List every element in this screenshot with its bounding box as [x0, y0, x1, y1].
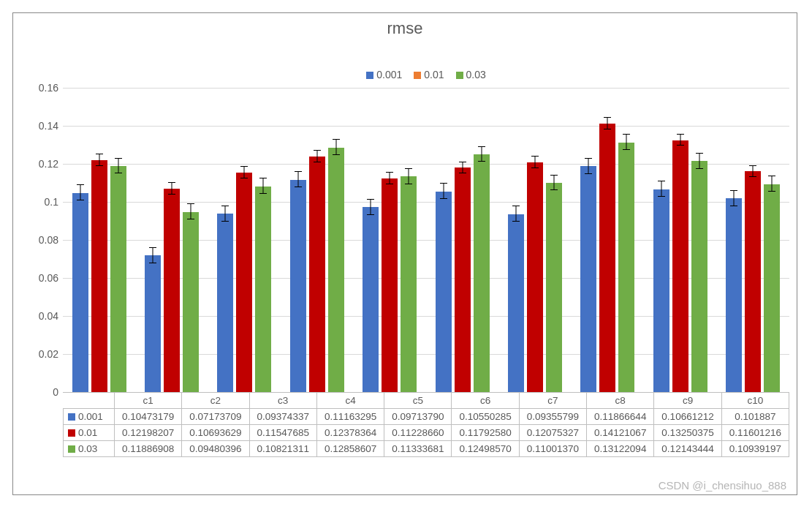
bar	[183, 212, 199, 392]
y-tick-label: 0.16	[39, 82, 58, 94]
bar	[618, 143, 634, 392]
bar-group	[426, 56, 498, 392]
table-cell: 0.13250375	[654, 425, 721, 441]
error-cap-icon	[96, 154, 103, 154]
error-bar	[588, 159, 589, 174]
error-bar	[297, 172, 298, 187]
error-cap-icon	[730, 190, 737, 191]
error-bar	[554, 176, 555, 191]
bar	[382, 178, 398, 392]
error-bar	[680, 135, 680, 146]
table-cell: 0.11547685	[249, 425, 316, 441]
error-cap-icon	[259, 178, 267, 178]
error-cap-icon	[658, 181, 665, 181]
table-cell: 0.12075327	[519, 425, 586, 441]
table-cell: 0.14121067	[587, 425, 654, 441]
error-bar	[772, 176, 773, 192]
bar	[110, 166, 126, 392]
error-cap-icon	[187, 203, 194, 204]
bar	[436, 192, 452, 392]
error-bar	[371, 200, 371, 215]
table-column-header: c9	[654, 393, 721, 409]
error-cap-icon	[259, 193, 267, 194]
table-cell: 0.11886908	[115, 441, 182, 457]
bar	[474, 154, 490, 392]
table-cell: 0.09713790	[384, 409, 452, 425]
error-bar	[316, 151, 317, 162]
error-cap-icon	[240, 178, 248, 178]
table-column-header: c3	[249, 393, 316, 409]
error-cap-icon	[531, 156, 539, 157]
error-cap-icon	[405, 184, 412, 184]
error-cap-icon	[550, 189, 558, 190]
error-cap-icon	[149, 247, 156, 248]
y-tick-label: 0.12	[39, 158, 58, 170]
error-cap-icon	[221, 221, 229, 222]
error-cap-icon	[768, 176, 775, 176]
table-cell: 0.12198207	[115, 425, 182, 441]
chart-container: rmse 0.0010.010.03 00.020.040.060.080.10…	[12, 12, 797, 495]
bar	[546, 183, 562, 392]
table-cell: 0.12378364	[316, 425, 384, 441]
watermark-text: CSDN @i_chensihuo_888	[659, 479, 786, 492]
error-cap-icon	[314, 162, 321, 162]
error-cap-icon	[187, 219, 194, 219]
error-cap-icon	[221, 206, 229, 206]
table-cell: 0.10473179	[115, 409, 182, 425]
error-cap-icon	[696, 153, 703, 154]
bar	[72, 193, 88, 392]
error-cap-icon	[623, 149, 630, 150]
y-tick-label: 0	[53, 386, 58, 398]
y-tick-label: 0.04	[39, 310, 58, 322]
error-bar	[335, 140, 336, 155]
table-column-header: c6	[452, 393, 519, 409]
series-swatch-icon	[68, 429, 75, 437]
table-corner-cell	[64, 393, 115, 409]
bar	[290, 180, 306, 392]
error-cap-icon	[149, 263, 156, 263]
error-cap-icon	[768, 191, 775, 192]
table-cell: 0.11228660	[384, 425, 452, 441]
bar	[164, 189, 180, 392]
table-row-header: 0.001	[64, 409, 115, 425]
error-bar	[516, 206, 517, 222]
error-bar	[481, 147, 482, 162]
table-column-header: c10	[721, 393, 789, 409]
error-cap-icon	[115, 173, 122, 173]
error-cap-icon	[604, 117, 611, 118]
error-cap-icon	[478, 161, 485, 162]
error-bar	[172, 183, 172, 195]
table-cell: 0.12858607	[316, 441, 384, 457]
bar	[672, 140, 688, 393]
table-cell: 0.10939197	[721, 441, 789, 457]
bar	[217, 214, 233, 392]
bar-group	[208, 56, 281, 392]
series-name-label: 0.01	[78, 427, 97, 438]
error-cap-icon	[459, 162, 466, 162]
bar	[599, 124, 615, 392]
bar	[328, 148, 344, 392]
error-cap-icon	[405, 168, 412, 169]
error-cap-icon	[240, 166, 248, 167]
error-bar	[390, 173, 390, 184]
bar	[363, 207, 379, 392]
error-bar	[661, 181, 661, 197]
error-cap-icon	[367, 199, 374, 200]
error-cap-icon	[333, 154, 340, 155]
bar	[691, 161, 707, 392]
bar	[309, 157, 325, 392]
error-cap-icon	[295, 171, 302, 172]
bar-group	[572, 56, 644, 392]
error-cap-icon	[749, 176, 756, 177]
table-cell: 0.11001370	[519, 441, 586, 457]
bar-group	[717, 56, 789, 392]
bar-group	[63, 56, 135, 392]
bar-group	[644, 56, 716, 392]
bar	[255, 187, 271, 392]
y-tick-label: 0.06	[39, 272, 58, 284]
table-cell: 0.09480396	[182, 441, 249, 457]
error-bar	[244, 167, 245, 178]
table-row: 0.010.121982070.106936290.115476850.1237…	[64, 425, 789, 441]
table-cell: 0.10661212	[654, 409, 721, 425]
error-cap-icon	[168, 194, 175, 195]
